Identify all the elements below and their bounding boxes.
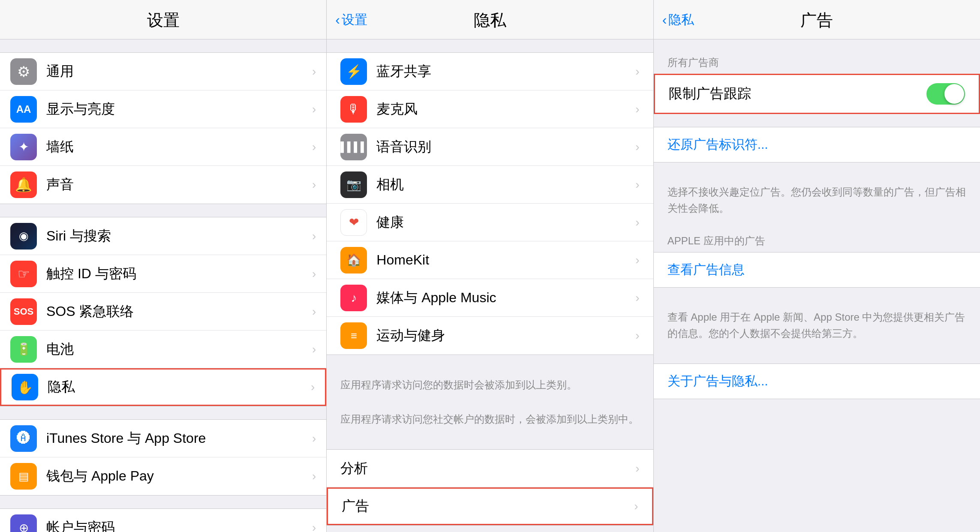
camera-label: 相机 <box>376 175 635 194</box>
privacy-item-bluetooth[interactable]: ⚡ 蓝牙共享 › <box>327 53 653 90</box>
music-icon: ♪ <box>340 285 367 311</box>
privacy-item-mic[interactable]: 🎙 麦克风 › <box>327 90 653 128</box>
privacy-chevron: › <box>311 380 315 394</box>
voice-chevron: › <box>635 140 639 154</box>
privacy-title: 隐私 <box>335 9 644 31</box>
music-chevron: › <box>635 291 639 305</box>
settings-group-3: 🅐 iTunes Store 与 App Store › ▤ 钱包与 Apple… <box>0 419 326 496</box>
sound-icon: 🔔 <box>10 171 37 198</box>
privacy-item-fitness[interactable]: ≡ 运动与健身 › <box>327 317 653 355</box>
privacy-icon: ✋ <box>12 374 38 400</box>
mic-label: 麦克风 <box>376 100 635 119</box>
sound-label: 声音 <box>46 175 312 194</box>
mic-chevron: › <box>635 102 639 116</box>
display-icon: AA <box>10 96 37 123</box>
wallpaper-label: 墙纸 <box>46 138 312 156</box>
wallpaper-chevron: › <box>312 140 316 154</box>
privacy-item-health[interactable]: ❤ 健康 › <box>327 204 653 241</box>
touchid-label: 触控 ID 与密码 <box>46 264 312 283</box>
ads-tracking-group: 限制广告跟踪 <box>654 74 980 114</box>
privacy-item-music[interactable]: ♪ 媒体与 Apple Music › <box>327 279 653 317</box>
settings-item-general[interactable]: ⚙ 通用 › <box>0 53 326 90</box>
itunes-icon: 🅐 <box>10 425 37 452</box>
privacy-back-btn[interactable]: ‹ 设置 <box>335 11 367 28</box>
health-chevron: › <box>635 216 639 229</box>
settings-item-display[interactable]: AA 显示与亮度 › <box>0 90 326 128</box>
privacy-item-voice[interactable]: ▌▌▌▌ 语音识别 › <box>327 128 653 166</box>
siri-icon: ◉ <box>10 223 37 249</box>
bluetooth-icon: ⚡ <box>340 58 367 85</box>
settings-group-4: ⊕ 帐户与密码 › <box>0 508 326 532</box>
settings-item-sound[interactable]: 🔔 声音 › <box>0 166 326 204</box>
display-chevron: › <box>312 102 316 116</box>
wallpaper-icon: ✦ <box>10 134 37 160</box>
ads-reset-link[interactable]: 还原广告标识符... <box>654 127 980 162</box>
homekit-label: HomeKit <box>376 252 635 268</box>
ads-tracking-label: 限制广告跟踪 <box>669 84 926 103</box>
health-icon: ❤ <box>340 209 367 236</box>
fitness-icon: ≡ <box>340 322 367 349</box>
itunes-chevron: › <box>312 432 316 445</box>
privacy-item-homekit[interactable]: 🏠 HomeKit › <box>327 241 653 279</box>
ads-back-chevron-icon: ‹ <box>662 13 667 27</box>
sos-icon: SOS <box>10 298 37 325</box>
battery-icon: 🔋 <box>10 336 37 363</box>
settings-item-siri[interactable]: ◉ Siri 与搜索 › <box>0 217 326 255</box>
ads-view-link[interactable]: 查看广告信息 <box>654 252 980 287</box>
ads-section-label-1: 所有广告商 <box>654 44 980 74</box>
settings-item-touchid[interactable]: ☞ 触控 ID 与密码 › <box>0 255 326 293</box>
settings-item-wallet[interactable]: ▤ 钱包与 Apple Pay › <box>0 457 326 495</box>
settings-item-wallpaper[interactable]: ✦ 墙纸 › <box>0 128 326 166</box>
battery-label: 电池 <box>46 340 312 359</box>
privacy-item-analytics[interactable]: 分析 › <box>327 450 653 487</box>
settings-panel: 设置 ⚙ 通用 › AA 显示与亮度 › <box>0 0 327 532</box>
camera-chevron: › <box>635 178 639 192</box>
touchid-chevron: › <box>312 267 316 281</box>
privacy-item-camera[interactable]: 📷 相机 › <box>327 166 653 204</box>
settings-list: ⚙ 通用 › AA 显示与亮度 › ✦ 墙纸 › <box>0 39 326 532</box>
settings-item-privacy[interactable]: ✋ 隐私 › <box>0 368 326 406</box>
privacy-note-2: 应用程序请求访问您社交帐户的数据时，会被添加到以上类别中。 <box>327 402 653 436</box>
settings-item-itunes[interactable]: 🅐 iTunes Store 与 App Store › <box>0 420 326 457</box>
wallet-chevron: › <box>312 469 316 483</box>
ads-about-link[interactable]: 关于广告与隐私... <box>654 364 980 399</box>
settings-title: 设置 <box>9 9 318 31</box>
battery-chevron: › <box>312 343 316 356</box>
analytics-label: 分析 <box>340 459 635 478</box>
settings-item-account[interactable]: ⊕ 帐户与密码 › <box>0 509 326 532</box>
fitness-label: 运动与健身 <box>376 326 635 345</box>
siri-label: Siri 与搜索 <box>46 227 312 246</box>
toggle-knob <box>944 84 964 104</box>
account-icon: ⊕ <box>10 514 37 532</box>
ads-header: ‹ 隐私 广告 <box>654 0 980 39</box>
fitness-chevron: › <box>635 329 639 343</box>
privacy-list: ⚡ 蓝牙共享 › 🎙 麦克风 › ▌▌▌▌ 语音识别 › <box>327 39 653 532</box>
ads-section-label-2: APPLE 应用中的广告 <box>654 225 980 252</box>
bluetooth-label: 蓝牙共享 <box>376 62 635 81</box>
camera-icon: 📷 <box>340 171 367 198</box>
homekit-icon: 🏠 <box>340 247 367 274</box>
privacy-group-2: 分析 › 广告 › <box>327 449 653 526</box>
general-icon: ⚙ <box>10 58 37 85</box>
ads-chevron: › <box>634 499 638 513</box>
analytics-chevron: › <box>635 462 639 475</box>
sos-chevron: › <box>312 305 316 319</box>
voice-label: 语音识别 <box>376 138 635 156</box>
health-label: 健康 <box>376 213 635 232</box>
privacy-label: 隐私 <box>48 378 311 397</box>
ads-view-group: 查看广告信息 <box>654 252 980 288</box>
privacy-group-1: ⚡ 蓝牙共享 › 🎙 麦克风 › ▌▌▌▌ 语音识别 › <box>327 52 653 355</box>
ads-panel: ‹ 隐私 广告 所有广告商 限制广告跟踪 还原广告标识符... 选择不接收兴趣定… <box>654 0 980 532</box>
voice-icon: ▌▌▌▌ <box>340 134 367 160</box>
privacy-item-ads[interactable]: 广告 › <box>327 487 653 525</box>
display-label: 显示与亮度 <box>46 100 312 119</box>
settings-item-battery[interactable]: 🔋 电池 › <box>0 331 326 368</box>
limit-ad-tracking-toggle[interactable] <box>926 83 965 105</box>
account-label: 帐户与密码 <box>46 518 312 532</box>
ads-description-2: 查看 Apple 用于在 Apple 新闻、App Store 中为您提供更相关… <box>654 301 980 351</box>
privacy-panel: ‹ 设置 隐私 ⚡ 蓝牙共享 › 🎙 麦克风 › <box>327 0 653 532</box>
settings-item-sos[interactable]: SOS SOS 紧急联络 › <box>0 293 326 331</box>
siri-chevron: › <box>312 229 316 243</box>
ads-back-btn[interactable]: ‹ 隐私 <box>662 11 694 28</box>
ads-tracking-item: 限制广告跟踪 <box>655 75 979 113</box>
